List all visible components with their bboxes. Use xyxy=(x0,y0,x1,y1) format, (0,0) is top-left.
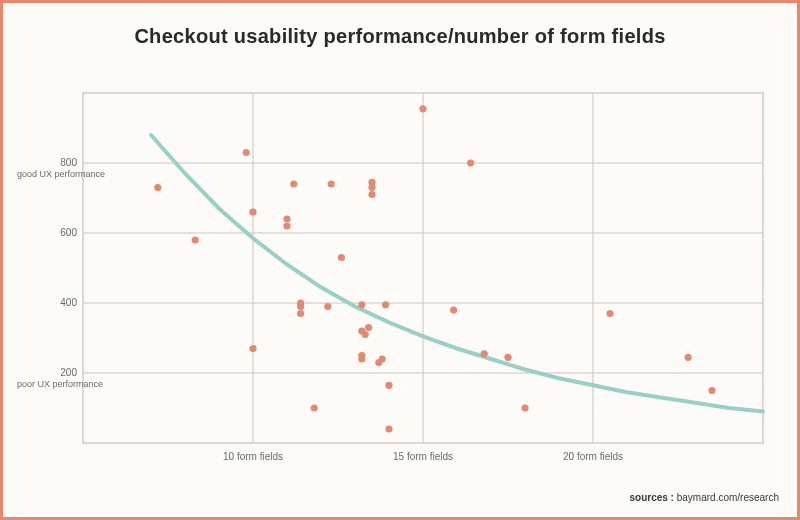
data-point xyxy=(338,254,345,261)
y-tick-label: 400 xyxy=(17,297,77,308)
y-tick-note: good UX performance xyxy=(17,169,137,179)
data-point xyxy=(362,331,369,338)
scatter-points xyxy=(154,105,715,432)
data-point xyxy=(243,149,250,156)
data-point xyxy=(249,208,256,215)
data-point xyxy=(192,236,199,243)
y-tick-label: 600 xyxy=(17,227,77,238)
data-point xyxy=(385,425,392,432)
data-point xyxy=(328,180,335,187)
trend-line xyxy=(151,135,763,412)
data-point xyxy=(450,306,457,313)
data-point xyxy=(249,345,256,352)
source-credit: sources : baymard.com/research xyxy=(629,492,779,503)
data-point xyxy=(297,303,304,310)
data-point xyxy=(685,354,692,361)
data-point xyxy=(481,350,488,357)
data-point xyxy=(290,180,297,187)
y-tick-label: 800 xyxy=(17,157,77,168)
y-tick-note: poor UX performance xyxy=(17,379,137,389)
data-point xyxy=(385,382,392,389)
data-point xyxy=(504,354,511,361)
x-tick-label: 10 form fields xyxy=(203,451,303,462)
data-point xyxy=(311,404,318,411)
data-point xyxy=(283,222,290,229)
data-point xyxy=(154,184,161,191)
data-point xyxy=(708,387,715,394)
source-label: sources : xyxy=(629,492,673,503)
x-tick-label: 15 form fields xyxy=(373,451,473,462)
chart-svg xyxy=(83,93,763,443)
data-point xyxy=(358,301,365,308)
chart-plot xyxy=(83,93,763,443)
x-tick-label: 20 form fields xyxy=(543,451,643,462)
source-value: baymard.com/research xyxy=(677,492,779,503)
data-point xyxy=(467,159,474,166)
x-gridlines xyxy=(253,93,593,443)
data-point xyxy=(368,179,375,186)
data-point xyxy=(606,310,613,317)
data-point xyxy=(283,215,290,222)
data-point xyxy=(368,191,375,198)
data-point xyxy=(358,352,365,359)
data-point xyxy=(521,404,528,411)
y-tick-label: 200 xyxy=(17,367,77,378)
data-point xyxy=(324,303,331,310)
data-point xyxy=(379,355,386,362)
data-point xyxy=(365,324,372,331)
chart-frame: Checkout usability performance/number of… xyxy=(0,0,800,520)
data-point xyxy=(297,310,304,317)
chart-title: Checkout usability performance/number of… xyxy=(3,25,797,48)
data-point xyxy=(419,105,426,112)
data-point xyxy=(382,301,389,308)
